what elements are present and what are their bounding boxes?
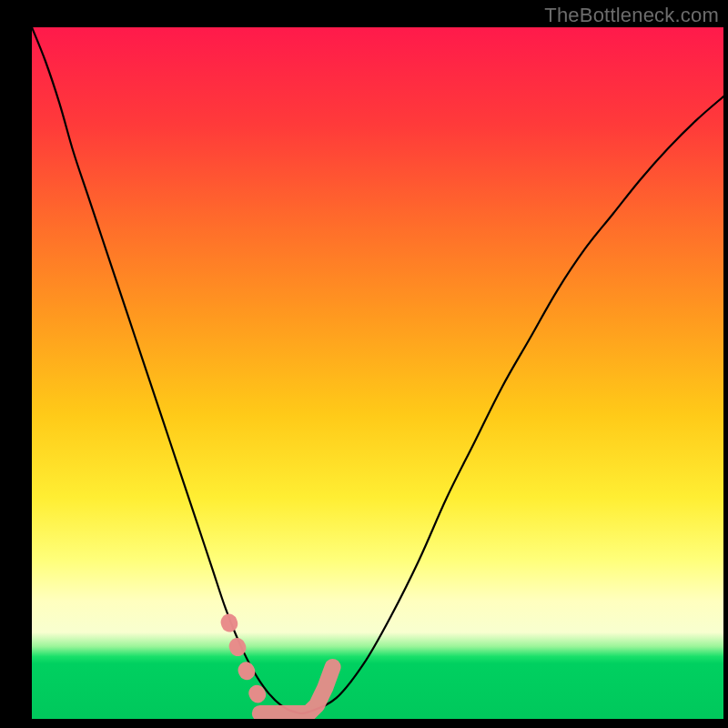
valley-highlight-dots [229,622,258,696]
chart-stage: TheBottleneck.com [0,0,728,728]
plot-area [32,27,723,719]
watermark-text: TheBottleneck.com [544,4,719,27]
curve-layer [32,27,723,719]
bottleneck-curve [32,27,723,713]
valley-highlight [260,667,333,713]
